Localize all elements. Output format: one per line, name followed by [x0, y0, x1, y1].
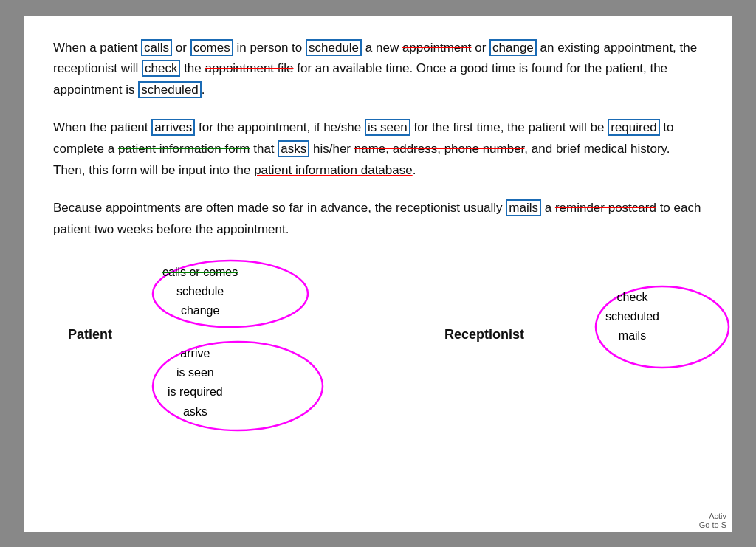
paragraph-p2: When the patient arrives for the appoint… — [53, 117, 703, 182]
patient-label: Patient — [68, 327, 112, 343]
paragraph-p1: When a patient calls or comes in person … — [53, 38, 703, 102]
windows-badge: Activ Go to S — [699, 512, 726, 529]
oval-top-left-text: calls or comes schedule change — [162, 263, 238, 321]
receptionist-label: Receptionist — [444, 327, 524, 343]
windows-badge-line2: Go to S — [699, 520, 726, 529]
diagram-area: Patient Receptionist calls or comes sche… — [53, 257, 703, 441]
main-page: When a patient calls or comes in person … — [24, 16, 732, 532]
paragraph-p3: Because appointments are often made so f… — [53, 198, 703, 241]
oval-bottom-left-text: arrive is seen is required asks — [168, 344, 223, 422]
oval-right-text: check scheduled mails — [605, 288, 659, 346]
windows-badge-line1: Activ — [699, 512, 726, 520]
